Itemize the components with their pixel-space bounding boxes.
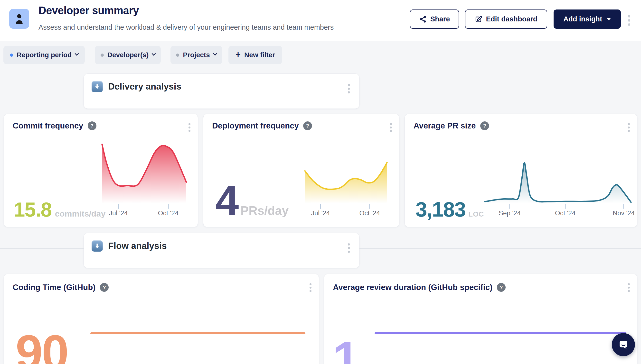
- card-average-review-duration: Average review duration (GitHub specific…: [324, 274, 637, 364]
- help-icon[interactable]: ?: [88, 122, 96, 130]
- help-icon[interactable]: ?: [497, 283, 506, 292]
- card-kebab-menu-icon[interactable]: [188, 122, 191, 133]
- share-icon: [419, 15, 427, 23]
- deployment-frequency-chart: Jul '24Oct '24: [305, 144, 387, 217]
- card-title: Coding Time (GitHub): [13, 283, 96, 292]
- header-kebab-menu-icon[interactable]: [627, 14, 631, 27]
- metric-value: 90: [16, 328, 68, 364]
- filter-developers-label: Developer(s): [107, 51, 149, 59]
- card-kebab-menu-icon[interactable]: [627, 122, 631, 133]
- chevron-down-icon: [607, 18, 611, 20]
- metric-value: 1: [333, 335, 359, 364]
- card-average-pr-size: Average PR size ? Sep '24Oct '24Nov '24 …: [405, 114, 637, 227]
- card-title: Commit frequency: [13, 121, 83, 130]
- card-title: Deployment frequency: [212, 121, 299, 130]
- filter-reporting-period[interactable]: Reporting period: [4, 46, 85, 64]
- down-arrow-emoji-icon: [92, 240, 103, 252]
- plus-icon: +: [235, 50, 241, 59]
- x-axis-ticks: [305, 204, 387, 210]
- card-kebab-menu-icon[interactable]: [389, 122, 393, 133]
- new-filter-button-label: New filter: [244, 51, 275, 59]
- dashboard-avatar: [9, 9, 29, 29]
- coding-time-chart: [70, 298, 307, 364]
- flat-trend-line: [375, 332, 626, 334]
- x-axis-labels: Jul '24Oct '24: [102, 210, 186, 218]
- down-arrow-emoji-icon: [92, 81, 103, 92]
- average-pr-size-chart: Sep '24Oct '24Nov '24: [485, 144, 631, 217]
- help-icon[interactable]: ?: [303, 122, 312, 130]
- page-title: Developer summary: [39, 4, 139, 16]
- help-icon[interactable]: ?: [480, 122, 489, 130]
- page-header: Developer summary Assess and understand …: [0, 0, 641, 41]
- filter-projects[interactable]: Projects: [170, 46, 222, 64]
- filter-active-dot: [10, 54, 13, 57]
- filter-inactive-dot: [101, 54, 104, 57]
- section-kebab-menu-icon[interactable]: [347, 242, 351, 254]
- x-axis-labels: Sep '24Oct '24Nov '24: [485, 210, 631, 218]
- person-icon: [14, 13, 25, 24]
- x-axis-ticks: [102, 204, 186, 210]
- share-button[interactable]: Share: [410, 10, 459, 29]
- chat-bubble-icon: [618, 339, 629, 350]
- card-kebab-menu-icon[interactable]: [308, 282, 312, 293]
- help-icon[interactable]: ?: [100, 283, 109, 292]
- filter-inactive-dot: [176, 54, 179, 57]
- section-header-delivery-analysis: Delivery analysis: [84, 74, 360, 109]
- chevron-down-icon: [213, 52, 217, 56]
- card-deployment-frequency: Deployment frequency ? Jul '24Oct '24 4 …: [203, 114, 399, 227]
- filter-reporting-period-label: Reporting period: [17, 51, 72, 59]
- chevron-down-icon: [75, 52, 79, 56]
- x-axis-labels: Jul '24Oct '24: [305, 210, 387, 218]
- metric-unit: PRs/day: [241, 205, 288, 217]
- page-subtitle: Assess and understand the workload & del…: [39, 23, 334, 32]
- edit-dashboard-button[interactable]: Edit dashboard: [465, 10, 547, 29]
- card-commit-frequency: Commit frequency ? Jul '24Oct '24 15.8 c…: [4, 114, 198, 227]
- edit-icon: [475, 15, 482, 23]
- add-insight-button-label: Add insight: [563, 15, 602, 23]
- metric-value: 15.8: [14, 199, 52, 220]
- section-title: Delivery analysis: [108, 82, 181, 92]
- share-button-label: Share: [430, 15, 450, 23]
- metric-unit: LOC: [468, 211, 484, 218]
- new-filter-button[interactable]: + New filter: [228, 46, 282, 64]
- metric-value: 3,183: [416, 199, 465, 220]
- flat-trend-line: [90, 332, 305, 334]
- add-insight-button[interactable]: Add insight: [554, 10, 621, 29]
- chat-widget-button[interactable]: [612, 333, 635, 356]
- filter-projects-label: Projects: [183, 51, 210, 59]
- x-axis-ticks: [485, 204, 631, 210]
- section-kebab-menu-icon[interactable]: [347, 83, 351, 94]
- section-header-flow-analysis: Flow analysis: [84, 233, 360, 268]
- review-duration-chart: [355, 298, 630, 364]
- filter-developers[interactable]: Developer(s): [95, 46, 161, 64]
- metric-unit: commits/day: [55, 210, 106, 218]
- commit-frequency-chart: Jul '24Oct '24: [102, 144, 186, 217]
- card-title: Average PR size: [414, 121, 476, 130]
- card-kebab-menu-icon[interactable]: [627, 282, 631, 293]
- chevron-down-icon: [152, 52, 156, 56]
- edit-dashboard-button-label: Edit dashboard: [486, 15, 537, 23]
- metric-value: 4: [215, 179, 238, 221]
- card-title: Average review duration (GitHub specific…: [333, 283, 492, 292]
- card-coding-time-github: Coding Time (GitHub) ? 90: [4, 274, 319, 364]
- section-title: Flow analysis: [108, 241, 167, 251]
